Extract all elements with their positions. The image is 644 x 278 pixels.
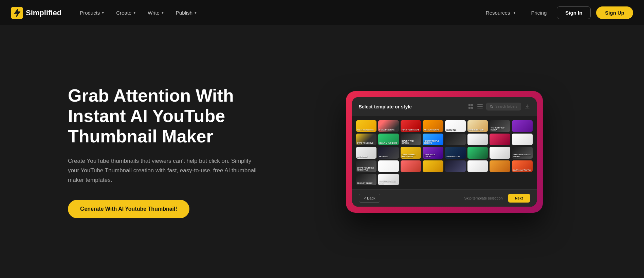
svg-rect-3 bbox=[468, 107, 471, 109]
nav-item-write[interactable]: Write ▼ bbox=[143, 7, 169, 18]
nav-item-pricing[interactable]: Pricing bbox=[526, 7, 551, 18]
template-thumbnail[interactable]: You Deserve This Tips bbox=[512, 160, 533, 172]
template-grid: Top 10 YouTube Tips8 GIANT COOKINGTOP 10… bbox=[352, 116, 537, 189]
navbar: Simplified Products ▼ Create ▼ Write ▼ P… bbox=[0, 0, 644, 26]
template-thumbnail[interactable]: HEALTHY FAIR SEASON bbox=[401, 134, 421, 145]
template-thumbnail[interactable] bbox=[378, 160, 399, 172]
template-thumbnail[interactable] bbox=[467, 160, 488, 172]
chevron-down-icon: ▼ bbox=[513, 11, 516, 15]
svg-rect-4 bbox=[471, 107, 473, 109]
svg-rect-7 bbox=[477, 108, 483, 108]
template-thumbnail[interactable]: 8 GIANT COOKING bbox=[378, 120, 399, 132]
template-thumbnail[interactable]: TOP 5 BEST FOOD bbox=[467, 120, 488, 132]
template-thumbnail[interactable] bbox=[490, 134, 510, 145]
chevron-down-icon: ▼ bbox=[194, 11, 197, 15]
template-thumbnail[interactable]: FASHION HACKS bbox=[445, 147, 466, 158]
template-thumbnail[interactable] bbox=[401, 160, 421, 172]
download-icon[interactable] bbox=[525, 104, 530, 109]
search-icon bbox=[490, 105, 493, 108]
nav-item-resources[interactable]: Resources ▼ bbox=[481, 7, 521, 18]
mockup-header-controls: Search folders bbox=[468, 103, 530, 110]
template-thumbnail[interactable] bbox=[512, 120, 533, 132]
template-thumbnail[interactable] bbox=[467, 147, 488, 158]
nav-item-publish[interactable]: Publish ▼ bbox=[171, 7, 202, 18]
svg-rect-1 bbox=[468, 104, 471, 106]
mockup-title: Select template or style bbox=[359, 104, 412, 109]
hero-section: Grab Attention With Instant AI YouTube T… bbox=[0, 26, 644, 278]
template-thumbnail[interactable]: DID WE BOOK REVIEW bbox=[423, 147, 443, 158]
mockup-container: Select template or style bbox=[346, 91, 543, 212]
template-thumbnail[interactable]: HEALTHY PEOPLE SECRETS bbox=[423, 134, 443, 145]
template-thumbnail[interactable]: The Ultimate Beauty Guide bbox=[378, 174, 399, 185]
template-thumbnail[interactable] bbox=[467, 134, 488, 145]
signin-button[interactable]: Sign In bbox=[557, 6, 591, 19]
search-bar[interactable]: Search folders bbox=[486, 103, 521, 110]
template-thumbnail[interactable]: 9 TIPS TO IMPROVE bbox=[356, 134, 377, 145]
template-thumbnail[interactable]: Top 10 YouTube Tips bbox=[356, 120, 377, 132]
svg-point-8 bbox=[490, 105, 492, 107]
hero-content: Grab Attention With Instant AI YouTube T… bbox=[68, 86, 258, 218]
template-thumbnail[interactable]: TOP 10 FOOD HACKS bbox=[401, 120, 421, 132]
next-button[interactable]: Next bbox=[508, 194, 530, 203]
nav-links: Products ▼ Create ▼ Write ▼ Publish ▼ bbox=[75, 7, 481, 18]
logo-text: Simplified bbox=[26, 8, 61, 17]
list-view-icon[interactable] bbox=[477, 104, 483, 109]
template-thumbnail[interactable]: THE BEST FOOD REVIEW bbox=[490, 120, 510, 132]
chevron-down-icon: ▼ bbox=[161, 11, 164, 15]
template-thumbnail[interactable]: 10 TIPS TO IMPROVE YOUR STYLE bbox=[356, 160, 377, 172]
template-thumbnail[interactable]: WEEKLY COOKING bbox=[423, 120, 443, 132]
mockup-inner: Select template or style bbox=[352, 97, 537, 206]
template-thumbnail[interactable]: Tips to become a fashion model bbox=[401, 147, 421, 158]
template-thumbnail[interactable] bbox=[512, 134, 533, 145]
template-thumbnail[interactable] bbox=[445, 134, 466, 145]
chevron-down-icon: ▼ bbox=[101, 11, 105, 15]
template-thumbnail[interactable]: Be On Model bbox=[356, 147, 377, 158]
template-thumbnail[interactable] bbox=[423, 160, 443, 172]
template-thumbnail[interactable] bbox=[445, 160, 466, 172]
hero-title: Grab Attention With Instant AI YouTube T… bbox=[68, 86, 258, 146]
template-thumbnail[interactable]: HEALTHY FAIR IDEAS bbox=[378, 134, 399, 145]
svg-rect-2 bbox=[471, 104, 473, 106]
signup-button[interactable]: Sign Up bbox=[596, 6, 633, 19]
footer-right: Skip template selection Next bbox=[464, 194, 530, 203]
template-thumbnail[interactable]: MODELING bbox=[378, 147, 399, 158]
skip-selection[interactable]: Skip template selection bbox=[464, 196, 503, 200]
template-thumbnail[interactable]: Healthy Tips bbox=[445, 120, 466, 132]
svg-rect-5 bbox=[477, 104, 483, 105]
template-thumbnail[interactable] bbox=[490, 147, 510, 158]
template-thumbnail[interactable]: 97 FASHION TIPS FOR WOMEN bbox=[512, 147, 533, 158]
svg-line-9 bbox=[492, 107, 493, 108]
nav-item-create[interactable]: Create ▼ bbox=[111, 7, 141, 18]
nav-item-products[interactable]: Products ▼ bbox=[75, 7, 109, 18]
chevron-down-icon: ▼ bbox=[133, 11, 136, 15]
logo[interactable]: Simplified bbox=[11, 7, 61, 19]
mockup-header: Select template or style bbox=[352, 97, 537, 116]
grid-view-icon[interactable] bbox=[468, 104, 474, 109]
svg-rect-6 bbox=[477, 106, 483, 107]
hero-description: Create YouTube thumbnails that viewers c… bbox=[68, 156, 258, 185]
cta-button[interactable]: Generate With AI Youtube Thumbnail! bbox=[68, 200, 189, 218]
hero-visual: Select template or style bbox=[285, 91, 603, 212]
nav-right: Resources ▼ Pricing Sign In Sign Up bbox=[481, 6, 633, 19]
template-thumbnail[interactable] bbox=[490, 160, 510, 172]
back-button[interactable]: < Back bbox=[359, 194, 381, 203]
template-thumbnail[interactable]: PRODUCT REVIEW bbox=[356, 174, 377, 185]
mockup-footer: < Back Skip template selection Next bbox=[352, 189, 537, 207]
